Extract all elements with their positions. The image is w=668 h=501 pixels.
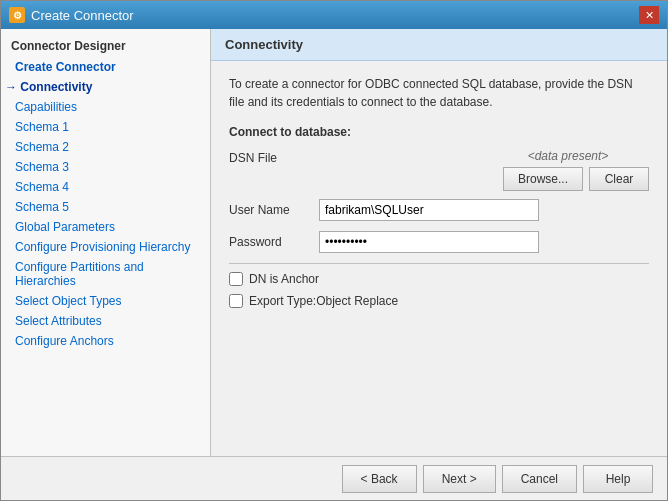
export-type-checkbox[interactable] (229, 294, 243, 308)
dsn-label: DSN File (229, 149, 319, 165)
browse-button[interactable]: Browse... (503, 167, 583, 191)
description-text: To create a connector for ODBC connected… (229, 75, 649, 111)
username-row: User Name (229, 199, 649, 221)
next-button[interactable]: Next > (423, 465, 496, 493)
sidebar-item-select-object-types[interactable]: Select Object Types (1, 291, 210, 311)
dn-anchor-label: DN is Anchor (249, 272, 319, 286)
content-header: Connectivity (211, 29, 667, 61)
export-type-row: Export Type:Object Replace (229, 294, 649, 308)
dsn-controls: <data present> Browse... Clear (319, 149, 649, 191)
password-input[interactable] (319, 231, 539, 253)
dn-anchor-checkbox[interactable] (229, 272, 243, 286)
window-controls: ✕ (639, 6, 659, 24)
title-bar: ⚙ Create Connector ✕ (1, 1, 667, 29)
close-button[interactable]: ✕ (639, 6, 659, 24)
title-bar-left: ⚙ Create Connector (9, 7, 134, 23)
content-body: To create a connector for ODBC connected… (211, 61, 667, 456)
sidebar-item-schema5[interactable]: Schema 5 (1, 197, 210, 217)
help-button[interactable]: Help (583, 465, 653, 493)
cancel-button[interactable]: Cancel (502, 465, 577, 493)
sidebar-item-configure-provisioning-hierarchy[interactable]: Configure Provisioning Hierarchy (1, 237, 210, 257)
sidebar-item-schema3[interactable]: Schema 3 (1, 157, 210, 177)
dn-anchor-row: DN is Anchor (229, 272, 649, 286)
content-area: Connectivity To create a connector for O… (211, 29, 667, 456)
clear-button[interactable]: Clear (589, 167, 649, 191)
password-label: Password (229, 235, 319, 249)
sidebar-header: Connector Designer (1, 33, 210, 57)
sidebar: Connector Designer Create Connector Conn… (1, 29, 211, 456)
sidebar-item-configure-anchors[interactable]: Configure Anchors (1, 331, 210, 351)
dsn-buttons: <data present> (319, 149, 649, 163)
back-button[interactable]: < Back (342, 465, 417, 493)
sidebar-item-select-attributes[interactable]: Select Attributes (1, 311, 210, 331)
connect-label: Connect to database: (229, 125, 649, 139)
sidebar-item-global-parameters[interactable]: Global Parameters (1, 217, 210, 237)
sidebar-item-capabilities[interactable]: Capabilities (1, 97, 210, 117)
username-value-area (319, 199, 649, 221)
window-title: Create Connector (31, 8, 134, 23)
export-type-label: Export Type:Object Replace (249, 294, 398, 308)
app-icon: ⚙ (9, 7, 25, 23)
password-row: Password (229, 231, 649, 253)
sidebar-item-connectivity[interactable]: Connectivity (1, 77, 210, 97)
dsn-value: <data present> (487, 149, 649, 163)
dsn-action-buttons: Browse... Clear (319, 167, 649, 191)
separator (229, 263, 649, 264)
dsn-row: DSN File <data present> Browse... Clear (229, 149, 649, 191)
username-input[interactable] (319, 199, 539, 221)
footer: < Back Next > Cancel Help (1, 456, 667, 500)
sidebar-item-configure-partitions-hierarchies[interactable]: Configure Partitions and Hierarchies (1, 257, 210, 291)
sidebar-item-schema2[interactable]: Schema 2 (1, 137, 210, 157)
sidebar-item-schema4[interactable]: Schema 4 (1, 177, 210, 197)
main-content: Connector Designer Create Connector Conn… (1, 29, 667, 456)
username-label: User Name (229, 203, 319, 217)
main-window: ⚙ Create Connector ✕ Connector Designer … (0, 0, 668, 501)
sidebar-item-create-connector[interactable]: Create Connector (1, 57, 210, 77)
sidebar-item-schema1[interactable]: Schema 1 (1, 117, 210, 137)
password-value-area (319, 231, 649, 253)
